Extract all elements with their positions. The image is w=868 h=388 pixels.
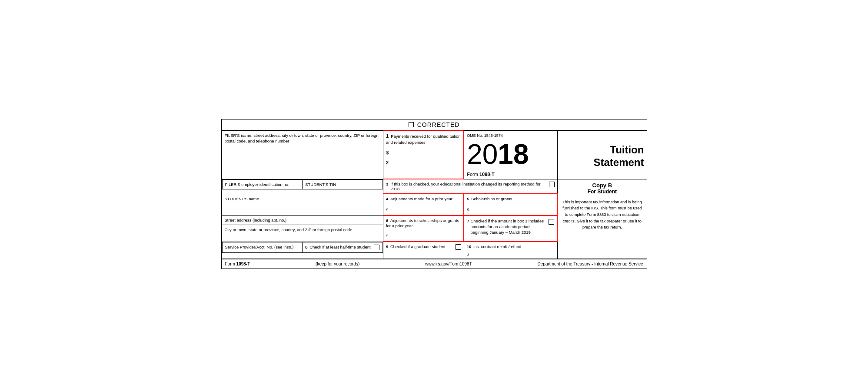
row-ids: FILER'S employer identification no. STUD… [222,179,647,194]
street-label: Street address (including apt. no.) [222,216,383,225]
box3-desc: If this box is checked, your educational… [390,182,545,191]
service-inner: Service Provider/Acct. No. (see instr.) … [222,242,383,253]
form-name: Form 1098-T [467,172,555,177]
form-main-table: FILER'S name, street address, city or to… [222,130,647,259]
box1-dollar: $ [386,150,461,155]
copyb-desc: This is important tax information and is… [561,199,643,231]
footer-keep: (keep for your records) [316,262,359,266]
box1-content: 1 Payments received for qualified tuitio… [383,131,463,167]
copyb-sub-text: For Student [561,189,643,195]
box9-text: 9 Checked if a graduate student [386,244,446,249]
filer-info-label: FILER'S name, street address, city or to… [222,131,383,146]
footer-form-num: 1098-T [236,262,250,266]
footer-dept: Department of the Treasury - Internal Re… [538,262,643,266]
filer-ein-label: FILER'S employer identification no. [225,182,289,187]
box3-content: 3 If this box is checked, your education… [386,182,555,191]
box9-desc: Checked if a graduate student [390,244,446,249]
omb-text: OMB No. 1545-1574 [467,133,555,138]
box9-cell: 9 Checked if a graduate student [383,242,464,259]
service-provider-cell: Service Provider/Acct. No. (see instr.) [222,242,303,252]
box1-num: 1 [386,133,389,139]
box2-area: 2 [386,158,461,165]
box8-content: 8 Check if at least half-time student [305,245,380,250]
box5-num: 5 [467,196,469,201]
box10-dollar: $ [467,252,555,256]
title-cell: Tuition Statement [557,131,646,179]
footer: Form 1098-T (keep for your records) www.… [222,259,647,269]
filer-ein-cell: FILER'S employer identification no. [222,179,303,189]
box4-num: 4 [386,196,388,201]
ids-combined: FILER'S employer identification no. STUD… [222,179,383,194]
form-label: Form [467,172,479,177]
footer-form-label: Form [225,262,236,266]
footer-website: www.irs.gov/Form1098T [425,262,472,266]
box10-desc: Ins. contract reimb./refund [473,244,521,249]
copyb-cell: Copy B For Student This is important tax… [557,179,646,259]
corrected-label: CORRECTED [417,121,460,128]
copyb-title-text: Copy B [561,182,643,189]
ids-inner: FILER'S employer identification no. STUD… [222,179,383,189]
student-tin-cell: STUDENT'S TIN [303,179,383,189]
box5-dollar: $ [467,207,554,213]
filer-info-cell: FILER'S name, street address, city or to… [222,131,383,179]
footer-form: Form 1098-T [225,262,250,266]
box4-content: 4 Adjustments made for a prior year $ [386,196,461,213]
corrected-header: CORRECTED [222,119,647,130]
box4-desc: Adjustments made for a prior year [390,196,452,201]
box8-checkbox[interactable] [374,245,379,250]
box1-cell: 1 Payments received for qualified tuitio… [383,131,464,179]
box7-checkbox[interactable] [549,219,554,225]
year-content: OMB No. 1545-1574 2018 Form 1098-T [464,131,557,179]
box6-num: 6 [386,218,388,223]
service-label: Service Provider/Acct. No. (see instr.) [225,245,294,249]
student-tin-label: STUDENT'S TIN [305,182,336,187]
year-light: 20 [467,139,498,170]
corrected-checkbox[interactable] [409,122,414,127]
copyb-title: Copy B For Student [561,182,643,195]
box10-cell: 10 Ins. contract reimb./refund $ [464,242,557,259]
form-1098t: CORRECTED FILER'S name, street address, … [221,119,647,269]
box5-cell: 5 Scholarships or grants $ [464,194,557,216]
box5-content: 5 Scholarships or grants $ [467,196,554,213]
box4-cell: 4 Adjustments made for a prior year $ [383,194,464,216]
box8-num: 8 [305,245,307,249]
box3-cell: 3 If this box is checked, your education… [383,179,557,194]
box8-cell: 8 Check if at least half-time student [303,242,383,252]
year-bold: 18 [498,139,529,170]
student-name-label: STUDENT'S name [225,196,380,201]
box1-desc: Payments received for qualified tuition … [386,134,461,145]
box2-num: 2 [386,160,389,165]
box9-checkbox[interactable] [456,244,461,250]
box6-desc: Adjustments to scholarships or grants fo… [386,218,459,229]
form-num: 1098-T [479,172,495,177]
box8-desc: Check if at least half-time student [309,245,370,249]
box9-num: 9 [386,244,388,249]
row-top: FILER'S name, street address, city or to… [222,131,647,179]
box3-num: 3 [386,182,388,186]
box10-num: 10 [467,244,472,249]
box5-desc: Scholarships or grants [471,196,512,201]
year-display: 2018 [467,140,555,168]
city-label: City or town, state or province, country… [222,225,383,234]
box9-content: 9 Checked if a graduate student [386,244,461,250]
box6-dollar: $ [386,233,461,239]
box3-checkbox[interactable] [549,182,555,187]
box4-dollar: $ [386,207,461,213]
title-line2: Statement [560,156,644,169]
student-name-cell: STUDENT'S name [222,194,383,216]
box6-content: 6 Adjustments to scholarships or grants … [386,218,461,239]
box7-num: 7 [467,218,469,224]
box10-content: 10 Ins. contract reimb./refund $ [467,244,555,256]
title-content: Tuition Statement [558,131,647,171]
box7-desc: Checked if the amount in box 1 includes … [470,218,547,235]
box6-cell: 6 Adjustments to scholarships or grants … [383,216,464,242]
box7-cell: 7 Checked if the amount in box 1 include… [464,216,557,242]
title-line1: Tuition [560,144,644,156]
box7-content: 7 Checked if the amount in box 1 include… [467,218,554,235]
address-cell: Street address (including apt. no.) City… [222,216,383,242]
service-boxes-cell: Service Provider/Acct. No. (see instr.) … [222,242,383,259]
year-cell: OMB No. 1545-1574 2018 Form 1098-T [464,131,557,179]
